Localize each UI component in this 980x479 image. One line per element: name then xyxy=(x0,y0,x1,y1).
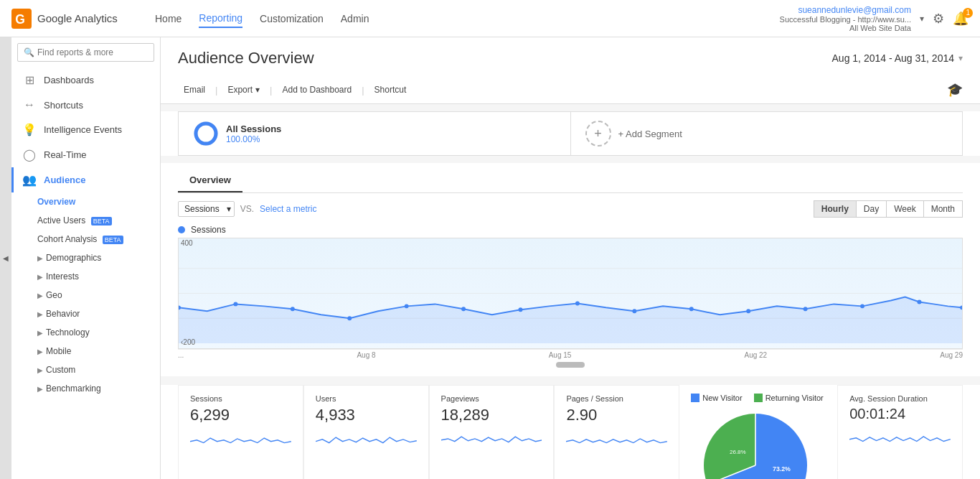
stat-users: Users 4,933 xyxy=(303,385,429,479)
pie-chart-svg: 73.2% 26.8% xyxy=(691,408,820,479)
stat-pages-session: Pages / Session 2.90 xyxy=(554,385,679,479)
bell-icon[interactable]: 🔔 xyxy=(953,11,969,27)
stat-sessions-value: 6,299 xyxy=(190,406,291,424)
svg-point-16 xyxy=(632,309,636,313)
svg-point-19 xyxy=(804,307,808,311)
svg-point-18 xyxy=(746,309,750,313)
svg-point-10 xyxy=(291,307,295,311)
vs-text: VS. xyxy=(240,204,254,214)
benchmarking-chevron: ▶ xyxy=(37,385,43,393)
svg-text:G: G xyxy=(15,12,25,27)
date-range-picker[interactable]: Aug 1, 2014 - Aug 31, 2014 ▾ xyxy=(832,52,963,64)
sidebar-item-intelligence[interactable]: 💡 Intelligence Events xyxy=(11,117,160,142)
ga-logo-icon: G xyxy=(11,9,32,29)
nav-customization[interactable]: Customization xyxy=(260,10,324,27)
y-label-400: 400 xyxy=(178,238,196,248)
stat-pageviews-label: Pageviews xyxy=(441,394,542,403)
stat-avg-session-label: Avg. Session Duration xyxy=(849,394,951,403)
nav-admin[interactable]: Admin xyxy=(341,10,369,27)
returning-visitor-legend-box xyxy=(754,394,763,402)
realtime-icon: ◯ xyxy=(22,148,37,162)
page-title: Audience Overview xyxy=(178,49,314,68)
sidebar-sub-custom[interactable]: ▶ Custom xyxy=(11,361,160,379)
pie-chart-area: New Visitor Returning Visitor xyxy=(679,385,837,479)
user-sub1: Successful Blogging - http://www.su... xyxy=(780,15,911,24)
demographics-chevron: ▶ xyxy=(37,254,43,262)
shortcut-button[interactable]: Shortcut xyxy=(369,82,413,98)
dashboards-icon: ⊞ xyxy=(22,73,37,87)
svg-point-4 xyxy=(199,127,212,140)
export-button[interactable]: Export ▾ xyxy=(222,82,265,98)
sidebar-sub-geo[interactable]: ▶ Geo xyxy=(11,286,160,304)
sidebar-label-dashboards: Dashboards xyxy=(44,75,94,85)
sidebar-label-shortcuts: Shortcuts xyxy=(44,100,83,111)
sidebar-sub-mobile[interactable]: ▶ Mobile xyxy=(11,342,160,361)
day-button[interactable]: Day xyxy=(856,200,887,218)
stat-sessions-sparkline xyxy=(190,427,291,449)
page-title-row: Audience Overview Aug 1, 2014 - Aug 31, … xyxy=(178,49,963,76)
segment-bar: All Sessions 100.00% + + Add Segment xyxy=(161,111,980,156)
segment-container: All Sessions 100.00% + + Add Segment xyxy=(178,111,963,156)
nav-reporting[interactable]: Reporting xyxy=(199,9,242,28)
sessions-legend-dot xyxy=(178,226,185,233)
x-label-aug15: Aug 15 xyxy=(549,351,572,359)
chart-scrollbar-thumb[interactable] xyxy=(556,362,585,368)
chart-scroll-indicator[interactable] xyxy=(178,362,963,368)
email-button[interactable]: Email xyxy=(178,82,211,98)
sessions-legend-label: Sessions xyxy=(191,225,226,235)
content-header: Audience Overview Aug 1, 2014 - Aug 31, … xyxy=(161,37,980,104)
tab-overview[interactable]: Overview xyxy=(178,169,242,192)
settings-icon[interactable]: ⚙ xyxy=(933,11,944,27)
sessions-chart-svg xyxy=(178,238,963,349)
add-segment-circle: + xyxy=(585,121,611,147)
stat-pages-session-value: 2.90 xyxy=(566,406,667,424)
svg-point-15 xyxy=(575,301,580,305)
sidebar-sub-demographics[interactable]: ▶ Demographics xyxy=(11,248,160,267)
sidebar-sub-benchmarking[interactable]: ▶ Benchmarking xyxy=(11,379,160,398)
shortcuts-icon: ↔ xyxy=(22,98,37,111)
sidebar-item-dashboards[interactable]: ⊞ Dashboards xyxy=(11,68,160,93)
sidebar-toggle[interactable]: ◀ xyxy=(0,37,11,479)
sidebar-sub-behavior[interactable]: ▶ Behavior xyxy=(11,304,160,323)
geo-chevron: ▶ xyxy=(37,292,43,299)
add-segment-button[interactable]: + + Add Segment xyxy=(571,112,963,155)
sidebar-sub-cohort[interactable]: Cohort Analysis BETA xyxy=(11,230,160,248)
sidebar-sub-interests[interactable]: ▶ Interests xyxy=(11,267,160,286)
x-label-aug29: Aug 29 xyxy=(940,351,963,359)
main-layout: ◀ 🔍 ⊞ Dashboards ↔ Shortcuts 💡 Intellige… xyxy=(0,37,980,479)
month-button[interactable]: Month xyxy=(923,200,963,218)
sessions-dropdown[interactable]: Sessions ▾ xyxy=(178,201,235,217)
stat-avg-session: Avg. Session Duration 00:01:24 xyxy=(837,385,963,479)
search-input[interactable] xyxy=(37,47,148,57)
sidebar-item-realtime[interactable]: ◯ Real-Time xyxy=(11,142,160,167)
x-label-start: ... xyxy=(178,351,184,359)
sidebar-sub-technology[interactable]: ▶ Technology xyxy=(11,323,160,342)
technology-chevron: ▶ xyxy=(37,329,43,337)
sidebar-sub-overview[interactable]: Overview xyxy=(11,192,160,211)
chart-section: Overview Sessions ▾ VS. Select a metric … xyxy=(161,163,980,376)
dropdown-arrow-icon[interactable]: ▾ xyxy=(920,14,924,24)
sidebar-item-shortcuts[interactable]: ↔ Shortcuts xyxy=(11,93,160,117)
select-metric-link[interactable]: Select a metric xyxy=(260,204,316,214)
export-arrow-icon: ▾ xyxy=(255,85,260,95)
stat-users-sparkline xyxy=(316,427,417,449)
chart-container: 400 ‹200 xyxy=(178,238,963,368)
x-label-aug22: Aug 22 xyxy=(744,351,767,359)
cap-icon[interactable]: 🎓 xyxy=(947,82,963,98)
intelligence-icon: 💡 xyxy=(22,123,37,136)
svg-point-9 xyxy=(233,302,237,306)
user-email[interactable]: sueannedunlevie@gmail.com xyxy=(780,5,911,15)
add-to-dashboard-button[interactable]: Add to Dashboard xyxy=(276,82,357,98)
nav-home[interactable]: Home xyxy=(155,10,182,27)
sidebar-sub-active-users[interactable]: Active Users BETA xyxy=(11,211,160,230)
hourly-button[interactable]: Hourly xyxy=(814,200,857,218)
svg-point-17 xyxy=(689,307,694,311)
search-box: 🔍 xyxy=(17,43,154,62)
chart-controls: Sessions ▾ VS. Select a metric Hourly Da… xyxy=(178,193,963,222)
week-button[interactable]: Week xyxy=(886,200,923,218)
time-buttons: Hourly Day Week Month xyxy=(814,200,963,218)
sidebar-item-audience[interactable]: 👥 Audience xyxy=(11,167,160,192)
chart-x-axis: ... Aug 8 Aug 15 Aug 22 Aug 29 xyxy=(178,349,963,361)
new-visitor-legend-box xyxy=(691,394,699,402)
new-visitor-label: New Visitor xyxy=(702,394,742,402)
